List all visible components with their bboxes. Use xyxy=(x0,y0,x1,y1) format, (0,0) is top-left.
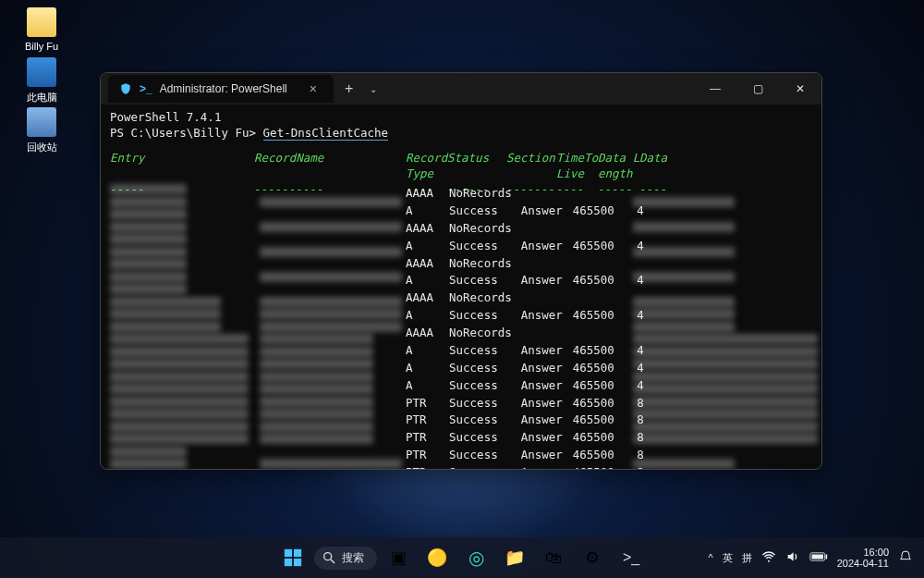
close-button[interactable]: ✕ xyxy=(779,73,821,105)
tab-title: Administrator: PowerShell xyxy=(160,82,287,95)
dns-output-row: AAAANoRecords xyxy=(406,256,651,272)
col-status: Status xyxy=(447,151,506,182)
ps-banner: PowerShell 7.4.1 xyxy=(110,110,812,126)
dns-output-row: ASuccessAnswer4655004 xyxy=(406,361,651,376)
svg-rect-1 xyxy=(294,549,301,557)
dns-output-row: ASuccessAnswer4655004 xyxy=(406,203,651,219)
ime-mode[interactable]: 拼 xyxy=(742,551,752,565)
app-terminal[interactable]: >_ xyxy=(614,540,649,575)
clock-date: 2024-04-11 xyxy=(837,558,889,569)
battery-icon[interactable] xyxy=(809,551,828,564)
desktop-icon-this-pc[interactable]: 此电脑 xyxy=(9,57,74,105)
entry-column-censored xyxy=(110,184,249,469)
col-recordtype: Record Type xyxy=(406,151,447,182)
output-header-row: Entry RecordName Record Type Status Sect… xyxy=(110,151,812,182)
svg-rect-2 xyxy=(285,559,292,566)
col-section: Section xyxy=(506,151,556,182)
col-data: Data xyxy=(639,151,812,182)
minimize-button[interactable]: — xyxy=(694,73,736,105)
taskbar-search[interactable]: 搜索 xyxy=(314,547,377,570)
svg-line-5 xyxy=(331,560,334,563)
shield-icon xyxy=(119,82,132,95)
desktop-icon-label: Billy Fu xyxy=(25,41,58,52)
data-column-censored xyxy=(633,184,818,469)
svg-rect-3 xyxy=(294,559,301,566)
dns-output-table: AAAANoRecordsASuccessAnswer4655004AAAANo… xyxy=(404,184,653,469)
dns-output-row: AAAANoRecords xyxy=(406,221,651,237)
dns-output-row: PTRSuccessAnswer4655008 xyxy=(406,412,651,428)
col-datalength: Data L ength xyxy=(598,151,639,182)
taskview-button[interactable]: ▣ xyxy=(381,540,416,575)
new-tab-button[interactable]: + xyxy=(334,80,364,97)
clock[interactable]: 16:00 2024-04-11 xyxy=(837,547,889,569)
dns-output-row: AAAANoRecords xyxy=(406,186,651,202)
tab-dropdown-button[interactable]: ⌄ xyxy=(364,84,383,94)
tab-close-button[interactable]: × xyxy=(304,81,322,96)
dns-output-row: ASuccessAnswer4655004 xyxy=(406,273,651,289)
ps-icon: >_ xyxy=(140,82,152,95)
svg-point-6 xyxy=(768,560,770,562)
maximize-button[interactable]: ▢ xyxy=(736,73,779,105)
svg-rect-8 xyxy=(811,555,823,560)
col-entry: Entry xyxy=(110,151,254,182)
app-explorer[interactable]: 📁 xyxy=(497,540,532,575)
terminal-window: >_ Administrator: PowerShell × + ⌄ — ▢ ✕… xyxy=(100,72,822,470)
search-icon xyxy=(322,550,336,565)
folder-icon xyxy=(27,7,56,37)
tab-powershell[interactable]: >_ Administrator: PowerShell × xyxy=(108,75,334,103)
dns-output-row: AAAANoRecords xyxy=(406,326,651,341)
dns-output-row: PTRSuccessAnswer4655008 xyxy=(406,465,651,469)
tray-overflow-button[interactable]: ^ xyxy=(709,552,713,563)
desktop-icon-label: 回收站 xyxy=(27,141,57,153)
recycle-bin-icon xyxy=(27,107,56,137)
app-copilot[interactable]: 🟡 xyxy=(419,540,455,575)
system-tray: ^ 英 拼 16:00 2024-04-11 xyxy=(709,547,924,569)
notifications-button[interactable] xyxy=(898,549,913,566)
taskbar: 搜索 ▣ 🟡 ◎ 📁 🛍 ⚙ >_ ^ 英 拼 16:00 2024-04-11 xyxy=(0,537,924,578)
search-placeholder: 搜索 xyxy=(342,550,364,566)
recordname-column-censored xyxy=(260,184,402,469)
ime-language[interactable]: 英 xyxy=(723,551,733,565)
dns-output-row: ASuccessAnswer4655004 xyxy=(406,308,651,324)
prompt-line: PS C:\Users\Billy Fu> Get-DnsClientCache xyxy=(110,126,812,141)
dns-output-row: ASuccessAnswer4655004 xyxy=(406,239,651,254)
volume-icon[interactable] xyxy=(785,549,800,566)
prompt-prefix: PS C:\Users\Billy Fu> xyxy=(110,126,256,140)
desktop-icon-label: 此电脑 xyxy=(27,92,57,103)
start-button[interactable] xyxy=(275,540,310,575)
col-recordname: RecordName xyxy=(254,151,406,182)
dns-output-row: PTRSuccessAnswer4655008 xyxy=(406,396,651,412)
pc-icon xyxy=(27,57,56,87)
app-settings[interactable]: ⚙ xyxy=(575,540,610,575)
dns-output-row: AAAANoRecords xyxy=(406,290,651,306)
wifi-icon[interactable] xyxy=(761,549,776,566)
col-ttl: TimeTo Live xyxy=(556,151,598,182)
svg-rect-0 xyxy=(285,549,292,557)
clock-time: 16:00 xyxy=(837,547,889,558)
terminal-body[interactable]: PowerShell 7.4.1 PS C:\Users\Billy Fu> G… xyxy=(101,105,821,469)
app-edge[interactable]: ◎ xyxy=(458,540,493,575)
dns-output-row: PTRSuccessAnswer4655008 xyxy=(406,430,651,446)
svg-rect-9 xyxy=(825,555,827,560)
app-store[interactable]: 🛍 xyxy=(536,540,571,575)
command-text: Get-DnsClientCache xyxy=(263,126,388,141)
desktop-icon-folder[interactable]: Billy Fu xyxy=(9,7,74,52)
dns-output-row: PTRSuccessAnswer4655008 xyxy=(406,448,651,463)
svg-point-4 xyxy=(324,553,332,560)
dns-output-row: ASuccessAnswer4655004 xyxy=(406,343,651,359)
dns-output-row: ASuccessAnswer4655004 xyxy=(406,378,651,394)
desktop-icon-recycle-bin[interactable]: 回收站 xyxy=(9,107,74,154)
window-titlebar[interactable]: >_ Administrator: PowerShell × + ⌄ — ▢ ✕ xyxy=(101,73,821,105)
